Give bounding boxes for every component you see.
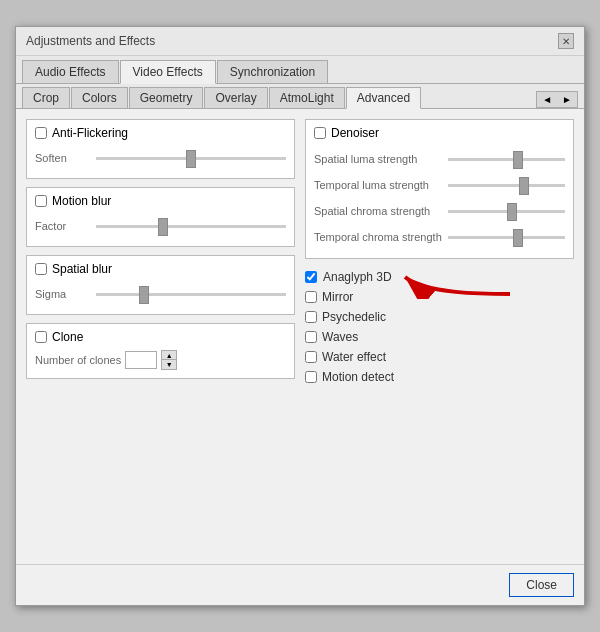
dialog-title: Adjustments and Effects bbox=[26, 34, 155, 48]
spatial-blur-checkbox[interactable] bbox=[35, 263, 47, 275]
temporal-luma-row: Temporal luma strength bbox=[314, 172, 565, 198]
anaglyph-3d-row: Anaglyph 3D bbox=[305, 269, 574, 285]
clone-section: Clone Number of clones 2 ▲ ▼ bbox=[26, 323, 295, 379]
close-button[interactable]: Close bbox=[509, 573, 574, 597]
waves-checkbox[interactable] bbox=[305, 331, 317, 343]
motion-detect-row: Motion detect bbox=[305, 369, 574, 385]
soften-row: Soften bbox=[35, 146, 286, 170]
motion-blur-header: Motion blur bbox=[35, 194, 286, 208]
spatial-blur-label: Spatial blur bbox=[52, 262, 112, 276]
psychedelic-row: Psychedelic bbox=[305, 309, 574, 325]
temporal-chroma-label: Temporal chroma strength bbox=[314, 231, 444, 243]
soften-slider[interactable] bbox=[96, 148, 286, 168]
clones-spinner: ▲ ▼ bbox=[161, 350, 177, 370]
title-bar: Adjustments and Effects ✕ bbox=[16, 27, 584, 56]
right-panel: Denoiser Spatial luma strength Temporal … bbox=[305, 119, 574, 554]
sub-tab-nav: ◄ ► bbox=[536, 91, 578, 108]
anaglyph-3d-checkbox[interactable] bbox=[305, 271, 317, 283]
temporal-chroma-row: Temporal chroma strength bbox=[314, 224, 565, 250]
spatial-luma-row: Spatial luma strength bbox=[314, 146, 565, 172]
motion-blur-label: Motion blur bbox=[52, 194, 111, 208]
sub-tab-advanced[interactable]: Advanced bbox=[346, 87, 421, 109]
sub-tab-next[interactable]: ► bbox=[557, 92, 577, 107]
mirror-checkbox[interactable] bbox=[305, 291, 317, 303]
soften-label: Soften bbox=[35, 152, 90, 164]
sub-tab-colors[interactable]: Colors bbox=[71, 87, 128, 108]
temporal-luma-slider[interactable] bbox=[448, 175, 565, 195]
sub-tab-crop[interactable]: Crop bbox=[22, 87, 70, 108]
clone-header: Clone bbox=[35, 330, 286, 344]
sub-tab-prev[interactable]: ◄ bbox=[537, 92, 557, 107]
sub-tabs: Crop Colors Geometry Overlay AtmoLight A… bbox=[16, 84, 584, 109]
clones-input[interactable]: 2 bbox=[125, 351, 157, 369]
denoiser-label: Denoiser bbox=[331, 126, 379, 140]
psychedelic-checkbox[interactable] bbox=[305, 311, 317, 323]
sigma-row: Sigma bbox=[35, 282, 286, 306]
clone-checkbox[interactable] bbox=[35, 331, 47, 343]
spatial-blur-section: Spatial blur Sigma bbox=[26, 255, 295, 315]
tab-video-effects[interactable]: Video Effects bbox=[120, 60, 216, 84]
mirror-label: Mirror bbox=[322, 290, 353, 304]
spatial-blur-header: Spatial blur bbox=[35, 262, 286, 276]
clones-label: Number of clones bbox=[35, 354, 121, 366]
spatial-chroma-slider[interactable] bbox=[448, 201, 565, 221]
sigma-label: Sigma bbox=[35, 288, 90, 300]
spatial-luma-label: Spatial luma strength bbox=[314, 153, 444, 165]
psychedelic-label: Psychedelic bbox=[322, 310, 386, 324]
water-effect-row: Water effect bbox=[305, 349, 574, 365]
left-panel: Anti-Flickering Soften Motion blur bbox=[26, 119, 295, 554]
anti-flickering-header: Anti-Flickering bbox=[35, 126, 286, 140]
anti-flickering-section: Anti-Flickering Soften bbox=[26, 119, 295, 179]
water-effect-label: Water effect bbox=[322, 350, 386, 364]
content-area: Anti-Flickering Soften Motion blur bbox=[16, 109, 584, 564]
tab-synchronization[interactable]: Synchronization bbox=[217, 60, 328, 83]
motion-blur-checkbox[interactable] bbox=[35, 195, 47, 207]
adjustments-dialog: Adjustments and Effects ✕ Audio Effects … bbox=[15, 26, 585, 606]
footer: Close bbox=[16, 564, 584, 605]
denoiser-section: Denoiser Spatial luma strength Temporal … bbox=[305, 119, 574, 259]
temporal-chroma-slider[interactable] bbox=[448, 227, 565, 247]
anti-flickering-checkbox[interactable] bbox=[35, 127, 47, 139]
anaglyph-3d-label: Anaglyph 3D bbox=[323, 270, 392, 284]
clones-up[interactable]: ▲ bbox=[162, 351, 176, 360]
factor-label: Factor bbox=[35, 220, 90, 232]
motion-detect-label: Motion detect bbox=[322, 370, 394, 384]
sub-tab-geometry[interactable]: Geometry bbox=[129, 87, 204, 108]
sigma-slider[interactable] bbox=[96, 284, 286, 304]
sub-tab-atmoslight[interactable]: AtmoLight bbox=[269, 87, 345, 108]
waves-label: Waves bbox=[322, 330, 358, 344]
denoiser-header: Denoiser bbox=[314, 126, 565, 140]
sub-tab-overlay[interactable]: Overlay bbox=[204, 87, 267, 108]
spatial-luma-slider[interactable] bbox=[448, 149, 565, 169]
clone-label: Clone bbox=[52, 330, 83, 344]
tab-audio-effects[interactable]: Audio Effects bbox=[22, 60, 119, 83]
anti-flickering-label: Anti-Flickering bbox=[52, 126, 128, 140]
title-close-button[interactable]: ✕ bbox=[558, 33, 574, 49]
factor-slider[interactable] bbox=[96, 216, 286, 236]
water-effect-checkbox[interactable] bbox=[305, 351, 317, 363]
motion-detect-checkbox[interactable] bbox=[305, 371, 317, 383]
spatial-chroma-row: Spatial chroma strength bbox=[314, 198, 565, 224]
waves-row: Waves bbox=[305, 329, 574, 345]
mirror-row: Mirror bbox=[305, 289, 574, 305]
right-checks: Anaglyph 3D Mirror bbox=[305, 269, 574, 385]
spatial-chroma-label: Spatial chroma strength bbox=[314, 205, 444, 217]
clones-down[interactable]: ▼ bbox=[162, 360, 176, 369]
factor-row: Factor bbox=[35, 214, 286, 238]
temporal-luma-label: Temporal luma strength bbox=[314, 179, 444, 191]
motion-blur-section: Motion blur Factor bbox=[26, 187, 295, 247]
denoiser-checkbox[interactable] bbox=[314, 127, 326, 139]
clones-row: Number of clones 2 ▲ ▼ bbox=[35, 350, 286, 370]
main-tabs: Audio Effects Video Effects Synchronizat… bbox=[16, 56, 584, 84]
